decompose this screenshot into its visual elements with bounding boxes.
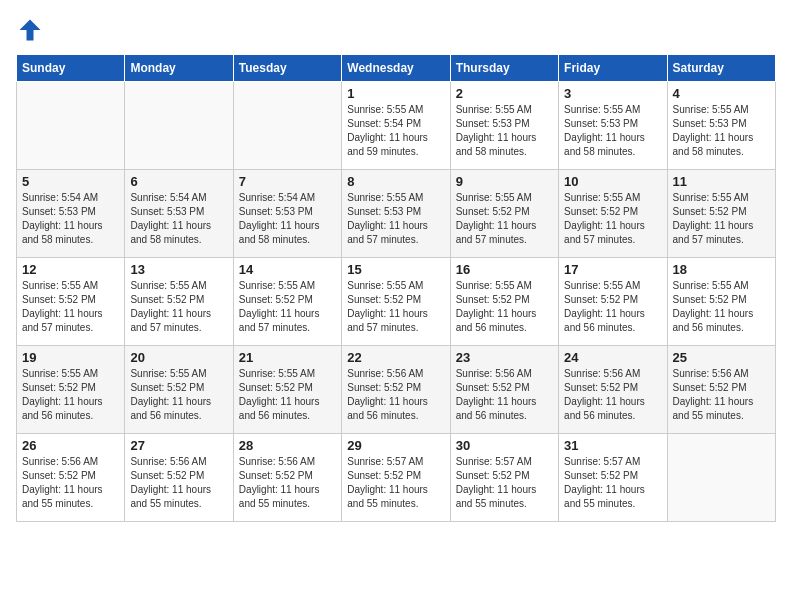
header <box>16 16 776 44</box>
day-cell: 7Sunrise: 5:54 AM Sunset: 5:53 PM Daylig… <box>233 170 341 258</box>
day-number: 25 <box>673 350 770 365</box>
day-cell <box>125 82 233 170</box>
day-cell: 29Sunrise: 5:57 AM Sunset: 5:52 PM Dayli… <box>342 434 450 522</box>
header-cell-tuesday: Tuesday <box>233 55 341 82</box>
day-number: 24 <box>564 350 661 365</box>
day-number: 13 <box>130 262 227 277</box>
day-info: Sunrise: 5:54 AM Sunset: 5:53 PM Dayligh… <box>239 191 336 247</box>
header-cell-sunday: Sunday <box>17 55 125 82</box>
day-info: Sunrise: 5:56 AM Sunset: 5:52 PM Dayligh… <box>673 367 770 423</box>
day-number: 29 <box>347 438 444 453</box>
day-cell: 6Sunrise: 5:54 AM Sunset: 5:53 PM Daylig… <box>125 170 233 258</box>
day-info: Sunrise: 5:54 AM Sunset: 5:53 PM Dayligh… <box>130 191 227 247</box>
day-info: Sunrise: 5:55 AM Sunset: 5:53 PM Dayligh… <box>456 103 553 159</box>
day-info: Sunrise: 5:55 AM Sunset: 5:52 PM Dayligh… <box>456 191 553 247</box>
day-info: Sunrise: 5:55 AM Sunset: 5:53 PM Dayligh… <box>347 191 444 247</box>
header-cell-monday: Monday <box>125 55 233 82</box>
day-cell: 22Sunrise: 5:56 AM Sunset: 5:52 PM Dayli… <box>342 346 450 434</box>
day-cell: 23Sunrise: 5:56 AM Sunset: 5:52 PM Dayli… <box>450 346 558 434</box>
day-number: 21 <box>239 350 336 365</box>
day-number: 27 <box>130 438 227 453</box>
day-number: 22 <box>347 350 444 365</box>
week-row-1: 1Sunrise: 5:55 AM Sunset: 5:54 PM Daylig… <box>17 82 776 170</box>
day-info: Sunrise: 5:56 AM Sunset: 5:52 PM Dayligh… <box>456 367 553 423</box>
day-cell: 20Sunrise: 5:55 AM Sunset: 5:52 PM Dayli… <box>125 346 233 434</box>
day-info: Sunrise: 5:55 AM Sunset: 5:53 PM Dayligh… <box>564 103 661 159</box>
day-number: 7 <box>239 174 336 189</box>
header-row: SundayMondayTuesdayWednesdayThursdayFrid… <box>17 55 776 82</box>
day-cell: 17Sunrise: 5:55 AM Sunset: 5:52 PM Dayli… <box>559 258 667 346</box>
day-info: Sunrise: 5:55 AM Sunset: 5:52 PM Dayligh… <box>564 191 661 247</box>
week-row-5: 26Sunrise: 5:56 AM Sunset: 5:52 PM Dayli… <box>17 434 776 522</box>
day-info: Sunrise: 5:55 AM Sunset: 5:52 PM Dayligh… <box>564 279 661 335</box>
day-number: 6 <box>130 174 227 189</box>
day-number: 14 <box>239 262 336 277</box>
day-cell: 28Sunrise: 5:56 AM Sunset: 5:52 PM Dayli… <box>233 434 341 522</box>
day-info: Sunrise: 5:57 AM Sunset: 5:52 PM Dayligh… <box>456 455 553 511</box>
day-info: Sunrise: 5:55 AM Sunset: 5:52 PM Dayligh… <box>239 367 336 423</box>
header-cell-saturday: Saturday <box>667 55 775 82</box>
day-number: 9 <box>456 174 553 189</box>
day-info: Sunrise: 5:55 AM Sunset: 5:52 PM Dayligh… <box>22 279 119 335</box>
day-number: 16 <box>456 262 553 277</box>
day-number: 20 <box>130 350 227 365</box>
day-info: Sunrise: 5:55 AM Sunset: 5:52 PM Dayligh… <box>130 279 227 335</box>
day-cell: 8Sunrise: 5:55 AM Sunset: 5:53 PM Daylig… <box>342 170 450 258</box>
day-number: 19 <box>22 350 119 365</box>
day-number: 11 <box>673 174 770 189</box>
day-cell: 30Sunrise: 5:57 AM Sunset: 5:52 PM Dayli… <box>450 434 558 522</box>
day-info: Sunrise: 5:56 AM Sunset: 5:52 PM Dayligh… <box>239 455 336 511</box>
day-cell: 18Sunrise: 5:55 AM Sunset: 5:52 PM Dayli… <box>667 258 775 346</box>
day-info: Sunrise: 5:57 AM Sunset: 5:52 PM Dayligh… <box>347 455 444 511</box>
calendar-table: SundayMondayTuesdayWednesdayThursdayFrid… <box>16 54 776 522</box>
day-number: 3 <box>564 86 661 101</box>
day-cell: 13Sunrise: 5:55 AM Sunset: 5:52 PM Dayli… <box>125 258 233 346</box>
day-cell: 21Sunrise: 5:55 AM Sunset: 5:52 PM Dayli… <box>233 346 341 434</box>
day-info: Sunrise: 5:56 AM Sunset: 5:52 PM Dayligh… <box>564 367 661 423</box>
day-number: 18 <box>673 262 770 277</box>
day-info: Sunrise: 5:55 AM Sunset: 5:52 PM Dayligh… <box>130 367 227 423</box>
day-info: Sunrise: 5:55 AM Sunset: 5:52 PM Dayligh… <box>347 279 444 335</box>
day-cell: 9Sunrise: 5:55 AM Sunset: 5:52 PM Daylig… <box>450 170 558 258</box>
logo <box>16 16 48 44</box>
day-cell: 15Sunrise: 5:55 AM Sunset: 5:52 PM Dayli… <box>342 258 450 346</box>
day-cell: 14Sunrise: 5:55 AM Sunset: 5:52 PM Dayli… <box>233 258 341 346</box>
day-number: 1 <box>347 86 444 101</box>
day-cell: 19Sunrise: 5:55 AM Sunset: 5:52 PM Dayli… <box>17 346 125 434</box>
day-number: 30 <box>456 438 553 453</box>
day-cell <box>233 82 341 170</box>
day-info: Sunrise: 5:57 AM Sunset: 5:52 PM Dayligh… <box>564 455 661 511</box>
day-info: Sunrise: 5:54 AM Sunset: 5:53 PM Dayligh… <box>22 191 119 247</box>
day-number: 4 <box>673 86 770 101</box>
day-number: 28 <box>239 438 336 453</box>
day-cell: 27Sunrise: 5:56 AM Sunset: 5:52 PM Dayli… <box>125 434 233 522</box>
logo-icon <box>16 16 44 44</box>
day-cell: 5Sunrise: 5:54 AM Sunset: 5:53 PM Daylig… <box>17 170 125 258</box>
day-cell: 25Sunrise: 5:56 AM Sunset: 5:52 PM Dayli… <box>667 346 775 434</box>
day-cell: 2Sunrise: 5:55 AM Sunset: 5:53 PM Daylig… <box>450 82 558 170</box>
day-number: 8 <box>347 174 444 189</box>
day-number: 17 <box>564 262 661 277</box>
day-info: Sunrise: 5:56 AM Sunset: 5:52 PM Dayligh… <box>130 455 227 511</box>
day-cell <box>17 82 125 170</box>
day-cell: 11Sunrise: 5:55 AM Sunset: 5:52 PM Dayli… <box>667 170 775 258</box>
day-number: 2 <box>456 86 553 101</box>
day-cell: 24Sunrise: 5:56 AM Sunset: 5:52 PM Dayli… <box>559 346 667 434</box>
day-number: 31 <box>564 438 661 453</box>
day-info: Sunrise: 5:55 AM Sunset: 5:52 PM Dayligh… <box>673 191 770 247</box>
day-cell: 1Sunrise: 5:55 AM Sunset: 5:54 PM Daylig… <box>342 82 450 170</box>
day-cell: 26Sunrise: 5:56 AM Sunset: 5:52 PM Dayli… <box>17 434 125 522</box>
day-cell: 10Sunrise: 5:55 AM Sunset: 5:52 PM Dayli… <box>559 170 667 258</box>
day-cell: 12Sunrise: 5:55 AM Sunset: 5:52 PM Dayli… <box>17 258 125 346</box>
day-info: Sunrise: 5:55 AM Sunset: 5:52 PM Dayligh… <box>456 279 553 335</box>
day-info: Sunrise: 5:55 AM Sunset: 5:53 PM Dayligh… <box>673 103 770 159</box>
week-row-3: 12Sunrise: 5:55 AM Sunset: 5:52 PM Dayli… <box>17 258 776 346</box>
header-cell-friday: Friday <box>559 55 667 82</box>
week-row-4: 19Sunrise: 5:55 AM Sunset: 5:52 PM Dayli… <box>17 346 776 434</box>
day-info: Sunrise: 5:56 AM Sunset: 5:52 PM Dayligh… <box>22 455 119 511</box>
week-row-2: 5Sunrise: 5:54 AM Sunset: 5:53 PM Daylig… <box>17 170 776 258</box>
day-cell: 4Sunrise: 5:55 AM Sunset: 5:53 PM Daylig… <box>667 82 775 170</box>
day-cell <box>667 434 775 522</box>
day-cell: 31Sunrise: 5:57 AM Sunset: 5:52 PM Dayli… <box>559 434 667 522</box>
day-info: Sunrise: 5:56 AM Sunset: 5:52 PM Dayligh… <box>347 367 444 423</box>
